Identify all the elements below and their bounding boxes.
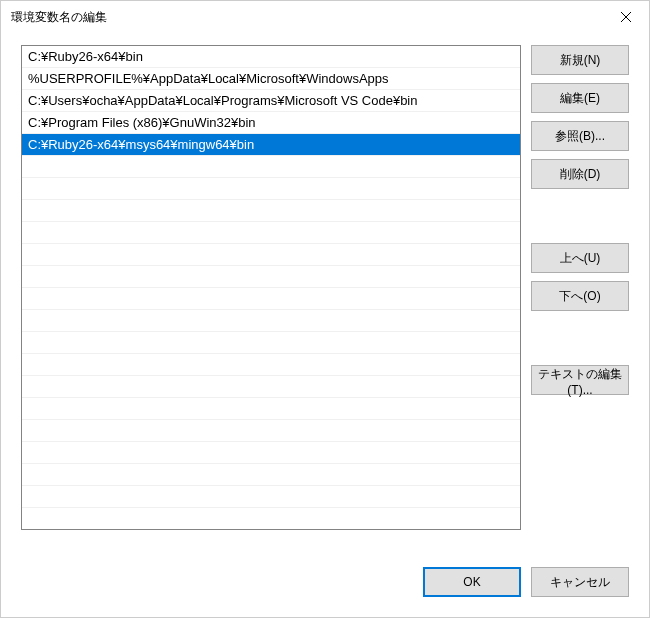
new-button[interactable]: 新規(N) [531, 45, 629, 75]
bottom-buttons: OK キャンセル [21, 549, 629, 597]
edit-text-button[interactable]: テキストの編集(T)... [531, 365, 629, 395]
list-item[interactable] [22, 288, 520, 310]
list-item[interactable]: C:¥Program Files (x86)¥GnuWin32¥bin [22, 112, 520, 134]
list-item[interactable] [22, 420, 520, 442]
list-item[interactable] [22, 310, 520, 332]
list-item[interactable] [22, 222, 520, 244]
list-item[interactable]: C:¥Users¥ocha¥AppData¥Local¥Programs¥Mic… [22, 90, 520, 112]
list-item[interactable] [22, 332, 520, 354]
list-item[interactable] [22, 508, 520, 530]
close-icon [621, 12, 631, 22]
list-item[interactable] [22, 156, 520, 178]
move-up-button[interactable]: 上へ(U) [531, 243, 629, 273]
list-item[interactable] [22, 244, 520, 266]
dialog-content: C:¥Ruby26-x64¥bin%USERPROFILE%¥AppData¥L… [1, 33, 649, 617]
move-down-button[interactable]: 下へ(O) [531, 281, 629, 311]
list-item[interactable]: %USERPROFILE%¥AppData¥Local¥Microsoft¥Wi… [22, 68, 520, 90]
browse-button[interactable]: 参照(B)... [531, 121, 629, 151]
list-item[interactable] [22, 464, 520, 486]
list-item[interactable]: C:¥Ruby26-x64¥bin [22, 46, 520, 68]
list-item[interactable] [22, 442, 520, 464]
list-item[interactable] [22, 376, 520, 398]
list-item[interactable] [22, 178, 520, 200]
list-item[interactable] [22, 486, 520, 508]
button-sidebar: 新規(N) 編集(E) 参照(B)... 削除(D) 上へ(U) 下へ(O) テ… [531, 45, 629, 549]
dialog-window: 環境変数名の編集 C:¥Ruby26-x64¥bin%USERPROFILE%¥… [0, 0, 650, 618]
ok-button[interactable]: OK [423, 567, 521, 597]
close-button[interactable] [603, 1, 649, 33]
list-item[interactable]: C:¥Ruby26-x64¥msys64¥mingw64¥bin [22, 134, 520, 156]
list-item[interactable] [22, 200, 520, 222]
delete-button[interactable]: 削除(D) [531, 159, 629, 189]
titlebar: 環境変数名の編集 [1, 1, 649, 33]
list-item[interactable] [22, 266, 520, 288]
path-listbox[interactable]: C:¥Ruby26-x64¥bin%USERPROFILE%¥AppData¥L… [21, 45, 521, 530]
edit-button[interactable]: 編集(E) [531, 83, 629, 113]
list-item[interactable] [22, 354, 520, 376]
cancel-button[interactable]: キャンセル [531, 567, 629, 597]
main-row: C:¥Ruby26-x64¥bin%USERPROFILE%¥AppData¥L… [21, 45, 629, 549]
window-title: 環境変数名の編集 [11, 9, 107, 26]
list-item[interactable] [22, 398, 520, 420]
